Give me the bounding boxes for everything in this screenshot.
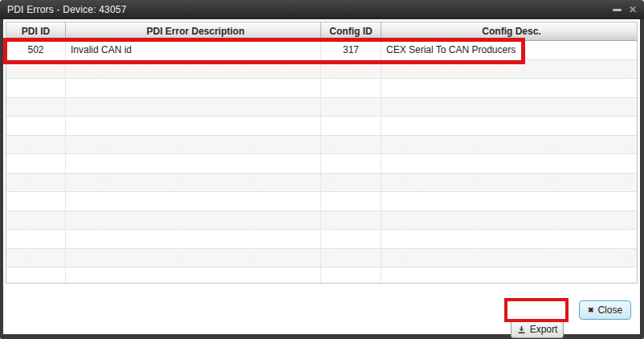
empty-cell [381, 60, 637, 79]
export-button-annotation [504, 298, 569, 322]
empty-cell [6, 98, 66, 116]
empty-cell [381, 192, 637, 210]
empty-cell [381, 98, 637, 116]
empty-cell [6, 116, 66, 135]
table-row-empty [6, 60, 637, 80]
empty-cell [381, 116, 637, 135]
empty-cell [321, 60, 381, 79]
table-row[interactable]: 502 Invalid CAN id 317 CEX Serial To CAN… [6, 41, 637, 60]
cell-pdi-id: 502 [6, 41, 66, 59]
empty-cell [66, 230, 321, 248]
empty-cell [6, 154, 66, 173]
empty-cell [381, 174, 637, 192]
empty-cell [381, 268, 637, 284]
window-controls: ✕ [613, 5, 637, 14]
pdi-errors-dialog: PDI Errors - Device: 43057 ✕ PDI ID PDI … [0, 0, 644, 339]
column-header-config-id[interactable]: Config ID [321, 22, 381, 40]
column-header-config-desc[interactable]: Config Desc. [381, 22, 637, 40]
empty-cell [6, 136, 66, 154]
empty-cell [66, 154, 321, 173]
close-icon[interactable]: ✕ [629, 5, 637, 14]
empty-cell [321, 249, 381, 268]
table-header-row: PDI ID PDI Error Description Config ID C… [6, 22, 637, 41]
table-row-empty [6, 79, 637, 98]
empty-cell [66, 98, 321, 116]
empty-cell [66, 116, 321, 135]
empty-cell [6, 79, 66, 97]
empty-cell [321, 98, 381, 116]
export-button-label: Export [530, 324, 558, 335]
empty-cell [66, 79, 321, 97]
column-header-pdi-id[interactable]: PDI ID [6, 22, 66, 40]
cell-error-description: Invalid CAN id [66, 41, 321, 59]
export-button[interactable]: Export [511, 321, 564, 338]
close-button-label: Close [597, 304, 622, 316]
empty-cell [66, 268, 321, 284]
table-row-empty [6, 249, 637, 268]
empty-cell [6, 249, 66, 268]
table-row-empty [6, 154, 637, 174]
table-row-empty [6, 98, 637, 117]
empty-cell [66, 174, 321, 192]
cell-config-id: 317 [321, 41, 381, 59]
empty-cell [66, 249, 321, 268]
minimize-icon[interactable] [613, 9, 622, 11]
empty-cell [6, 60, 66, 79]
empty-cell [6, 268, 66, 284]
empty-cell [321, 154, 381, 173]
dialog-content: PDI ID PDI Error Description Config ID C… [3, 19, 640, 334]
empty-cell [381, 136, 637, 154]
empty-cell [321, 211, 381, 230]
window-title: PDI Errors - Device: 43057 [7, 4, 127, 15]
empty-cell [381, 79, 637, 97]
table-row-empty [6, 116, 637, 136]
table-row-empty [6, 192, 637, 211]
empty-cell [66, 211, 321, 230]
table-row-empty [6, 230, 637, 249]
table-row-empty [6, 268, 637, 284]
empty-cell [6, 192, 66, 210]
empty-cell [381, 154, 637, 173]
download-icon [517, 325, 526, 334]
empty-cell [381, 211, 637, 230]
pdi-errors-table: PDI ID PDI Error Description Config ID C… [6, 22, 638, 284]
table-row-empty [6, 211, 637, 231]
empty-cell [381, 249, 637, 268]
close-button[interactable]: ✖ Close [579, 300, 631, 320]
empty-cell [6, 230, 66, 248]
table-row-empty [6, 136, 637, 155]
empty-cell [381, 230, 637, 248]
empty-cell [321, 230, 381, 248]
titlebar[interactable]: PDI Errors - Device: 43057 ✕ [0, 0, 644, 19]
empty-cell [321, 174, 381, 192]
table-row-empty [6, 174, 637, 193]
empty-cell [321, 79, 381, 97]
table-body: 502 Invalid CAN id 317 CEX Serial To CAN… [6, 41, 637, 284]
empty-cell [66, 60, 321, 79]
empty-cell [321, 192, 381, 210]
empty-cell [321, 116, 381, 135]
column-header-pdi-error-description[interactable]: PDI Error Description [66, 22, 321, 40]
empty-cell [321, 268, 381, 284]
empty-cell [6, 174, 66, 192]
cell-config-desc: CEX Serial To CAN Producers [381, 41, 637, 59]
empty-cell [321, 136, 381, 154]
empty-cell [6, 211, 66, 230]
empty-cell [66, 136, 321, 154]
empty-cell [66, 192, 321, 210]
x-icon: ✖ [588, 306, 594, 314]
